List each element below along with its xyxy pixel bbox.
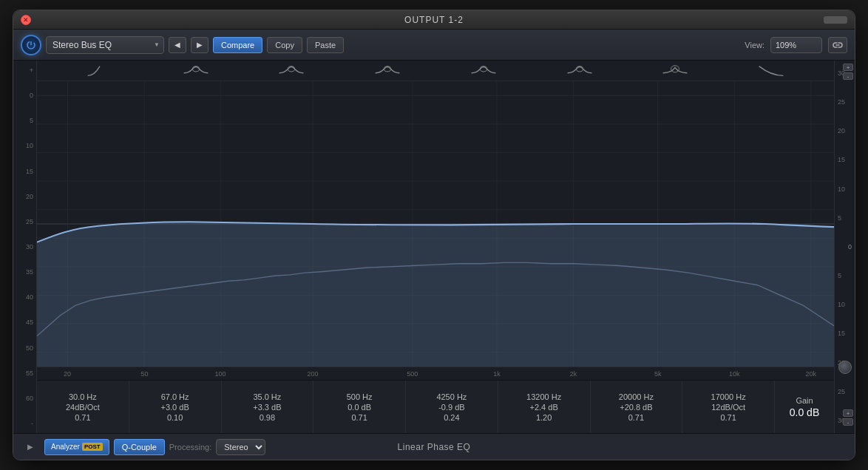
gain-label: Gain — [796, 396, 813, 405]
band-param-8[interactable]: 17000 Hz 12dB/Oct 0.71 — [682, 381, 775, 433]
eq-svg — [37, 81, 834, 367]
bottom-controls: Analyzer POST Q-Couple Processing: Stere… — [44, 439, 265, 455]
bottom-bar: ▶ Analyzer POST Q-Couple Processing: Ste… — [13, 433, 855, 460]
next-preset-button[interactable]: ▶ — [191, 37, 208, 53]
band-param-4[interactable]: 500 Hz 0.0 dB 0.71 — [313, 381, 406, 433]
band-param-gain[interactable]: Gain 0.0 dB — [775, 381, 834, 433]
y-right-label-0: 0 — [848, 243, 852, 251]
gain-knob[interactable] — [838, 361, 852, 374]
band-1-gain: 24dB/Oct — [66, 403, 100, 412]
plus-button[interactable]: + — [843, 64, 853, 71]
y-right-label: 5 — [838, 214, 841, 222]
bottom-left: ▶ — [22, 439, 38, 455]
y-label: 30 — [16, 243, 33, 251]
band-param-6[interactable]: 13200 Hz +2.4 dB 1.20 — [498, 381, 591, 433]
y-label: 25 — [16, 218, 33, 225]
y-label: 5 — [16, 117, 33, 124]
processing-label: Processing: — [169, 443, 211, 452]
band-4-button[interactable] — [373, 64, 402, 78]
gain-knob-area — [838, 361, 852, 374]
y-right-label: 25 — [838, 388, 845, 395]
compare-button[interactable]: Compare — [213, 37, 262, 53]
y-right-label: 25 — [838, 98, 845, 106]
band-7-button[interactable] — [660, 64, 690, 78]
y-right-label: 15 — [838, 156, 845, 163]
eq-chart[interactable] — [37, 81, 834, 367]
y-label: 50 — [16, 344, 33, 352]
band-6-button[interactable] — [565, 64, 594, 78]
prev-preset-button[interactable]: ◀ — [169, 37, 186, 53]
eq-main: 20 50 100 200 500 1k 2k 5k 10k 20k 30.0 … — [37, 61, 834, 433]
y-label: 60 — [16, 395, 33, 402]
minimize-button[interactable] — [824, 16, 847, 24]
eq-area: + 0 5 10 15 20 25 30 35 40 45 50 55 60 - — [13, 61, 855, 433]
y-axis-left: + 0 5 10 15 20 25 30 35 40 45 50 55 60 - — [13, 61, 37, 433]
band-2-freq: 67.0 Hz — [161, 392, 189, 401]
view-label: View: — [745, 41, 764, 50]
y-label: 35 — [16, 268, 33, 276]
y-label: 45 — [16, 319, 33, 326]
band-3-button[interactable] — [277, 64, 306, 78]
toolbar: Stereo Bus EQ ▼ ◀ ▶ Compare Copy Paste V… — [13, 30, 855, 61]
band-5-button[interactable] — [469, 64, 498, 78]
band-2-button[interactable] — [181, 64, 211, 78]
band-8-gain: 12dB/Oct — [711, 403, 745, 412]
y-axis-right: 30 25 20 15 10 5 0 5 10 15 20 25 30 — [834, 61, 855, 433]
band-8-q: 0.71 — [720, 413, 736, 422]
band-param-3[interactable]: 35.0 Hz +3.3 dB 0.98 — [222, 381, 314, 433]
minus-button-bottom[interactable]: - — [843, 418, 853, 426]
window-title: OUTPUT 1-2 — [404, 15, 464, 25]
link-icon — [833, 40, 843, 50]
analyzer-button[interactable]: Analyzer POST — [44, 439, 109, 455]
preset-select[interactable]: Stereo Bus EQ — [46, 36, 164, 54]
minus-button[interactable]: - — [843, 72, 853, 80]
band-7-q: 0.71 — [628, 413, 644, 422]
title-bar: ✕ OUTPUT 1-2 — [13, 10, 855, 30]
y-label: 15 — [16, 168, 33, 175]
band-param-1[interactable]: 30.0 Hz 24dB/Oct 0.71 — [37, 381, 129, 433]
play-button[interactable]: ▶ — [22, 439, 38, 455]
band-7-freq: 20000 Hz — [619, 392, 654, 401]
close-button[interactable]: ✕ — [21, 15, 31, 25]
y-label: + — [16, 67, 33, 74]
paste-button[interactable]: Paste — [307, 37, 344, 53]
band-8-button[interactable] — [756, 64, 786, 78]
band-3-q: 0.98 — [260, 413, 275, 422]
band-2-gain: +3.0 dB — [161, 403, 189, 412]
band-1-button[interactable] — [85, 64, 115, 78]
right-axis-controls: + - — [843, 64, 853, 80]
freq-label-1k: 1k — [493, 370, 501, 378]
link-button[interactable] — [828, 37, 847, 53]
band-4-freq: 500 Hz — [347, 392, 373, 401]
band-param-5[interactable]: 4250 Hz -0.9 dB 0.24 — [406, 381, 498, 433]
band-5-q: 0.24 — [444, 413, 459, 422]
y-right-label: 5 — [838, 272, 841, 279]
y-label: 55 — [16, 369, 33, 377]
band-param-7[interactable]: 20000 Hz +20.8 dB 0.71 — [591, 381, 683, 433]
svg-point-7 — [671, 65, 679, 72]
band-6-gain: +2.4 dB — [530, 403, 558, 412]
power-button[interactable] — [21, 35, 41, 55]
view-select[interactable]: 109% — [770, 37, 822, 53]
y-label: 40 — [16, 293, 33, 301]
toolbar-right: View: 109% — [745, 37, 847, 53]
band-buttons — [37, 61, 834, 81]
band-param-2[interactable]: 67.0 Hz +3.0 dB 0.10 — [129, 381, 222, 433]
plugin-window: ✕ OUTPUT 1-2 Stereo Bus EQ ▼ ◀ ▶ Compare… — [13, 10, 855, 460]
y-label: 10 — [16, 142, 33, 149]
preset-wrapper: Stereo Bus EQ ▼ — [46, 36, 164, 54]
band-3-freq: 35.0 Hz — [253, 392, 281, 401]
y-right-label: 10 — [838, 301, 845, 308]
q-couple-button[interactable]: Q-Couple — [114, 439, 165, 455]
band-8-freq: 17000 Hz — [711, 392, 746, 401]
toolbar-left: Stereo Bus EQ ▼ ◀ ▶ Compare Copy Paste — [21, 35, 344, 55]
freq-label-20k: 20k — [805, 370, 816, 378]
analyzer-label: Analyzer — [51, 443, 80, 451]
freq-label-500: 500 — [407, 370, 418, 378]
processing-select[interactable]: Stereo — [216, 439, 265, 455]
plus-button-bottom[interactable]: + — [843, 409, 853, 417]
freq-label-200: 200 — [307, 370, 318, 378]
band-5-freq: 4250 Hz — [436, 392, 467, 401]
copy-button[interactable]: Copy — [267, 37, 302, 53]
band-3-gain: +3.3 dB — [253, 403, 281, 412]
